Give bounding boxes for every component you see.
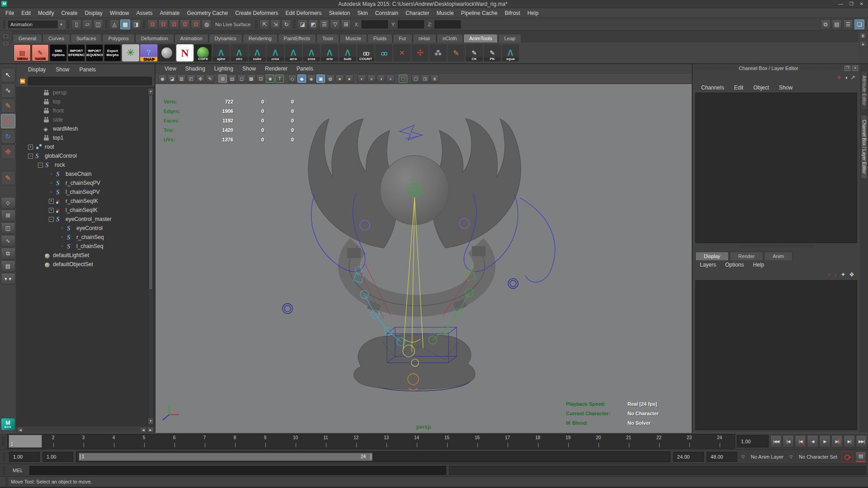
viewport-toolbar-icon[interactable]: ◐ xyxy=(358,75,366,83)
shelf-menu-arrow-button[interactable]: ▽ xyxy=(2,41,9,47)
render-icon[interactable]: ◪ xyxy=(297,19,307,29)
menu-item[interactable]: Pipeline Cache xyxy=(458,8,501,18)
shelf-button[interactable]: N xyxy=(176,44,193,61)
timeline-frame-tick[interactable]: 10 xyxy=(280,434,311,448)
scroll-left-icon[interactable]: ◀ xyxy=(140,427,146,432)
shelf-button[interactable]: Λ arro xyxy=(285,44,302,61)
viewport-toolbar-icon[interactable]: ◙ xyxy=(266,75,274,83)
shelf-tab[interactable]: Deformation xyxy=(135,34,174,42)
playback-button[interactable]: ▶| xyxy=(831,435,843,447)
timeline-frame-tick[interactable]: 16 xyxy=(462,434,492,448)
transform-entry-icon[interactable]: ⊞ xyxy=(341,19,351,29)
speed-quality-icon[interactable]: ◑ xyxy=(844,74,848,81)
outliner-item[interactable]: root xyxy=(16,142,147,151)
layout-button[interactable]: ◫ xyxy=(1,222,15,234)
timeline-frame-tick[interactable]: 24 xyxy=(704,434,735,448)
timeline-frame-tick[interactable]: 3 xyxy=(68,434,99,448)
outliner-item[interactable]: eyeControl xyxy=(16,224,147,233)
layer-list-area[interactable] xyxy=(695,280,857,431)
viewport-toolbar-icon[interactable]: ✜ xyxy=(196,75,205,83)
shelf-button[interactable]: SMD Options xyxy=(50,44,67,61)
pick-arrow-icon[interactable]: ↗ xyxy=(850,74,855,81)
timeline-frame-tick[interactable]: 12 xyxy=(341,434,371,448)
viewport-toolbar-icon[interactable]: ⊞ xyxy=(218,75,227,83)
shelf-tab[interactable]: Animation xyxy=(175,34,208,42)
viewport-toolbar-icon[interactable]: ⋔ xyxy=(430,75,439,83)
timeline-frame-tick[interactable]: 7 xyxy=(189,434,220,448)
shelf-button[interactable]: IMPORT REFERENCE xyxy=(68,44,85,61)
shelf-tab-selector-button[interactable]: ▼ xyxy=(2,33,9,39)
timeline-frame-tick[interactable]: 8 xyxy=(220,434,250,448)
shelf-button[interactable]: ? SNAP xyxy=(140,44,157,61)
snap-icon[interactable]: Ω xyxy=(158,19,168,29)
range-slider-groove[interactable]: 1 24 xyxy=(76,451,670,462)
toolbar-grip[interactable] xyxy=(67,20,70,29)
viewport-toolbar-icon[interactable]: ◑ xyxy=(377,75,385,83)
menu-item[interactable]: Geometry Cache xyxy=(184,8,232,18)
trash-icon[interactable]: 🗑 xyxy=(859,33,867,39)
snap-icon[interactable]: Ω xyxy=(147,19,157,29)
menu-item[interactable]: Edit xyxy=(18,8,34,18)
tool-button[interactable]: ✥ xyxy=(1,145,15,159)
outliner-item[interactable]: wardMesh xyxy=(16,124,147,133)
layer-editor-tab[interactable]: Display xyxy=(695,252,729,260)
tree-expander-icon[interactable] xyxy=(38,163,43,168)
channel-list-area[interactable] xyxy=(695,93,857,243)
command-input-field[interactable] xyxy=(29,466,447,475)
viewport-toolbar-icon[interactable]: ✎ xyxy=(206,75,214,83)
viewport-toolbar-icon[interactable]: ◰ xyxy=(187,75,195,83)
viewport-toolbar-icon[interactable]: ▩ xyxy=(247,75,255,83)
shelf-tab[interactable]: PaintEffects xyxy=(278,34,316,42)
animation-start-field[interactable]: 1.00 xyxy=(9,452,40,462)
animation-preferences-button[interactable]: ▤ xyxy=(855,451,866,462)
outliner-item[interactable]: r_chainSeq xyxy=(16,233,147,242)
shelf-tab[interactable]: nCloth xyxy=(437,34,463,42)
shelf-button[interactable]: oo xyxy=(375,44,392,61)
timeline-frame-tick[interactable]: 2 xyxy=(38,434,68,448)
timeline-frame-tick[interactable]: 23 xyxy=(674,434,704,448)
layer-editor-icon[interactable]: ❖ xyxy=(849,271,854,278)
playback-button[interactable]: |◀◀ xyxy=(770,435,782,447)
sidebar-toggle-icon[interactable]: ⧉ xyxy=(821,19,830,29)
snap-icon[interactable]: Ω xyxy=(169,19,179,29)
panel-close-icon[interactable]: ✕ xyxy=(852,66,858,71)
timeline-frame-tick[interactable]: 4 xyxy=(99,434,129,448)
shelf-button[interactable]: Λ bulb xyxy=(339,44,356,61)
timeline-frame-tick[interactable]: 6 xyxy=(159,434,189,448)
auto-keyframe-toggle[interactable] xyxy=(842,451,853,462)
outliner-item[interactable]: l_chainSeqPV xyxy=(16,188,147,197)
shelf-button[interactable]: ✣ xyxy=(411,44,429,61)
viewport-toolbar-icon[interactable] xyxy=(285,75,287,83)
outliner-item[interactable]: side xyxy=(16,115,147,124)
outliner-item[interactable]: top xyxy=(16,97,147,106)
channel-box-menu-item[interactable]: Edit xyxy=(729,84,749,91)
menu-item[interactable]: Skin xyxy=(354,8,371,18)
shelf-tab[interactable]: Rendering xyxy=(243,34,278,42)
shelf-tab[interactable]: Leap xyxy=(498,34,521,42)
outliner-item[interactable]: defaultObjectSet xyxy=(16,260,147,269)
window-control-button[interactable]: ❐ xyxy=(849,0,854,8)
viewport-menu-item[interactable]: Renderer xyxy=(260,66,292,72)
shelf-tab[interactable]: Fur xyxy=(393,34,412,42)
scroll-left-icon[interactable]: ◀ xyxy=(17,427,24,432)
shelf-tab[interactable]: Polygons xyxy=(102,34,134,42)
timeline-frame-tick[interactable]: 14 xyxy=(401,434,432,448)
history-icon[interactable]: ⇱ xyxy=(259,19,269,29)
shelf-tab[interactable]: General xyxy=(13,34,42,42)
sidebar-toggle-icon[interactable]: ▤ xyxy=(832,19,842,29)
playback-button[interactable]: |◀ xyxy=(795,435,806,447)
render-icon[interactable]: ☰ xyxy=(319,19,329,29)
status-line-icon[interactable]: ▱ xyxy=(82,19,92,29)
tree-expander-icon[interactable] xyxy=(60,235,65,240)
outliner-menu-item[interactable]: Show xyxy=(51,66,74,73)
viewport-toolbar-icon[interactable] xyxy=(215,75,217,83)
sidebar-vertical-tab[interactable]: Attribute Editor xyxy=(861,70,868,110)
menu-set-dropdown[interactable]: Animation ▼ xyxy=(7,20,65,29)
layer-editor-menu-item[interactable]: Help xyxy=(748,262,769,268)
viewport-toolbar-icon[interactable]: ◈ xyxy=(307,75,316,83)
anim-layer-dropdown-icon[interactable]: ▽ xyxy=(740,454,746,460)
menu-item[interactable]: Constrain xyxy=(372,8,402,18)
shelf-button[interactable]: Λ sphe xyxy=(212,44,230,61)
menu-item[interactable]: Create Deformers xyxy=(231,8,282,18)
toolbar-grip[interactable] xyxy=(255,20,258,29)
